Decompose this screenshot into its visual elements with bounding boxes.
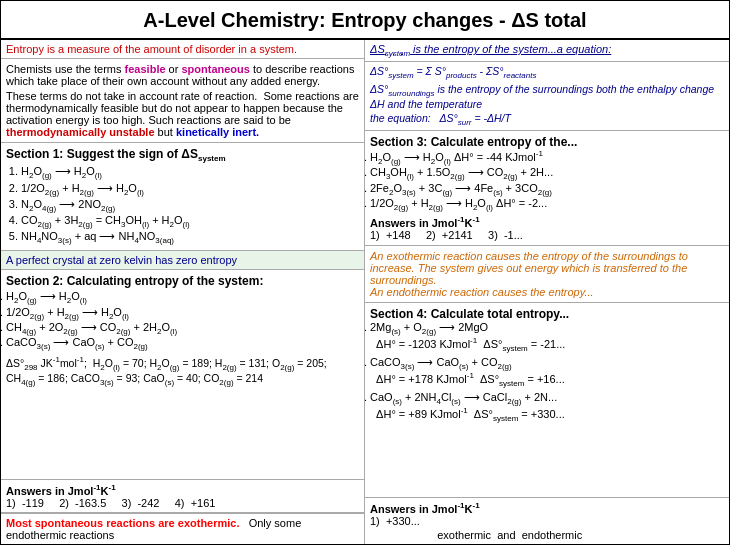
section3-item-2: CH3OH(l) + 1.5O2(g) ⟶ CO2(g) + 2H... [370,166,724,181]
section4-title: Section 4: Calculate total entropy... [370,307,724,321]
spontaneous-text: Most spontaneous reactions are exothermi… [6,517,240,529]
bottom-bar-left: Most spontaneous reactions are exothermi… [1,513,364,544]
feasible-para2: These terms do not take in account rate … [6,90,359,138]
section1-title: Section 1: Suggest the sign of ΔSsystem [6,147,359,163]
section3-item-4: 1/2O2(g) + H2(g) ⟶ H2O(l) ΔH° = -2... [370,197,724,212]
section4-box: Section 4: Calculate total entropy... 2M… [365,303,729,498]
exothermic-label: exothermic [437,529,491,541]
section3-item-3: 2Fe2O3(s) + 3C(g) ⟶ 4Fe(s) + 3CO2(g) [370,182,724,197]
feasible-label: feasible [125,63,166,75]
section4-list: 2Mg(s) + O2(g) ⟶ 2MgO ΔH° = -1203 KJmol-… [370,321,724,423]
intro-box: Entropy is a measure of the amount of di… [1,40,364,59]
section2-item-4: CaCO3(s) ⟶ CaO(s) + CO2(g) [6,336,359,351]
reactions-text: reactions [70,529,115,541]
zero-entropy-text: A perfect crystal at zero kelvin has zer… [6,254,237,266]
section2-title: Section 2: Calculating entropy of the sy… [6,274,359,288]
endothermic-label: endothermic [522,529,583,541]
section1-item-3: N2O4(g) ⟶ 2NO2(g) [21,198,359,213]
answers-values: 1) -119 2) -163.5 3) -242 4) +161 [6,497,359,509]
left-column: Entropy is a measure of the amount of di… [1,40,365,544]
delta2-text: ΔS°surroundings is the entropy of the su… [370,83,724,110]
section4-answers-label: Answers in Jmol-1K-1 [370,501,724,515]
exothermic-note-box: An exothermic reaction causes the entrop… [365,246,729,303]
spontaneous-label: spontaneous [181,63,249,75]
section1-box: Section 1: Suggest the sign of ΔSsystem … [1,143,364,251]
right-intro-text: ΔSsystem is the entropy of the system...… [370,43,611,55]
section1-item-5: NH4NO3(s) + aq ⟶ NH4NO3(aq) [21,230,359,245]
section4-item-3: CaO(s) + 2NH4Cl(s) ⟶ CaCl2(g) + 2N... ΔH… [370,391,724,423]
section3-answers-label: Answers in Jmol-1K-1 [370,215,724,229]
zero-entropy-box: A perfect crystal at zero kelvin has zer… [1,251,364,270]
section3-item-1: H2O(g) ⟶ H2O(l) ΔH° = -44 KJmol-1 [370,149,724,166]
section4-item-2: CaCO3(s) ⟶ CaO(s) + CO2(g) ΔH° = +178 KJ… [370,356,724,388]
delta1-text: ΔS°system = Σ S°products - ΣS°reactants [370,65,724,80]
exothermic-note2: An endothermic reaction causes the entro… [370,286,724,298]
section1-list: H2O(g) ⟶ H2O(l) 1/2O2(g) + H2(g) ⟶ H2O(l… [21,165,359,245]
section2-answers-box: Answers in Jmol-1K-1 1) -119 2) -163.5 3… [1,480,364,513]
section2-item-2: 1/2O2(g) + H2(g) ⟶ H2O(l) [6,306,359,321]
section2-item-3: CH4(g) + 2O2(g) ⟶ CO2(g) + 2H2O(l) [6,321,359,336]
right-bottom-labels: exothermic and endothermic [370,529,724,541]
kinetically-label: kinetically inert. [176,126,259,138]
section4-item-1: 2Mg(s) + O2(g) ⟶ 2MgO ΔH° = -1203 KJmol-… [370,321,724,353]
main-container: Entropy is a measure of the amount of di… [0,40,730,545]
right-intro-box: ΔSsystem is the entropy of the system...… [365,40,729,62]
section1-item-1: H2O(g) ⟶ H2O(l) [21,165,359,180]
feasible-box: Chemists use the terms feasible or spont… [1,59,364,143]
section1-item-2: 1/2O2(g) + H2(g) ⟶ H2O(l) [21,182,359,197]
section2-item-1: H2O(g) ⟶ H2O(l) [6,290,359,305]
exothermic-note1: An exothermic reaction causes the entrop… [370,250,724,286]
thermodynamically-label: thermodynamically unstable [6,126,155,138]
page-title: A-Level Chemistry: Entropy changes - ΔS … [0,0,730,40]
section1-item-4: CO2(g) + 3H2(g) = CH3OH(l) + H2O(l) [21,214,359,229]
section2-box: Section 2: Calculating entropy of the sy… [1,270,364,480]
section4-answers-box: Answers in Jmol-1K-1 1) +330... exotherm… [365,497,729,544]
right-delta-box: ΔS°system = Σ S°products - ΣS°reactants … [365,62,729,131]
section2-list: H2O(g) ⟶ H2O(l) 1/2O2(g) + H2(g) ⟶ H2O(l… [6,290,359,351]
section3-box: Section 3: Calculate entropy of the... H… [365,131,729,245]
section4-answers-values: 1) +330... [370,515,724,527]
section2-data: ΔS°298 JK-1mol-1; H2O(l) = 70; H2O(g) = … [6,355,359,387]
feasible-para1: Chemists use the terms feasible or spont… [6,63,359,87]
delta3-text: the equation: ΔS°surr = -ΔH/T [370,112,724,127]
page-wrapper: A-Level Chemistry: Entropy changes - ΔS … [0,0,730,545]
section3-list: H2O(g) ⟶ H2O(l) ΔH° = -44 KJmol-1 CH3OH(… [370,149,724,211]
section3-answers-values: 1) +148 2) +2141 3) -1... [370,229,724,241]
section3-title: Section 3: Calculate entropy of the... [370,135,724,149]
right-column: ΔSsystem is the entropy of the system...… [365,40,729,544]
intro-text: Entropy is a measure of the amount of di… [6,43,297,55]
and-label: and [497,529,515,541]
answers-label: Answers in Jmol-1K-1 [6,483,359,497]
